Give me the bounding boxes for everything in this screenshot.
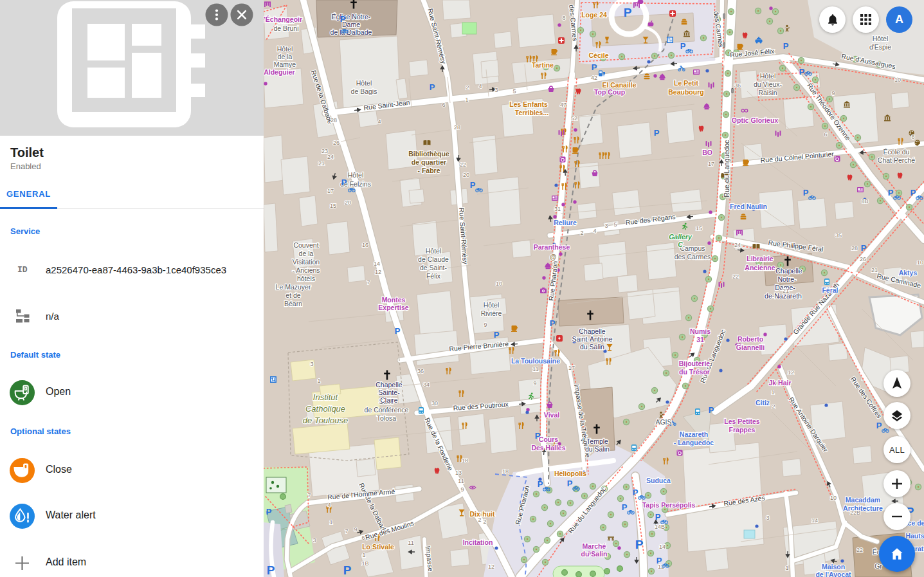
svg-text:Chapelle: Chapelle xyxy=(775,267,802,275)
svg-text:La Toulousaine: La Toulousaine xyxy=(511,357,560,365)
svg-text:L'Échangeoir: L'Échangeoir xyxy=(264,15,302,23)
svg-text:Rivière: Rivière xyxy=(481,309,502,317)
svg-text:P: P xyxy=(470,180,476,190)
svg-text:Vival: Vival xyxy=(544,411,559,419)
svg-text:du Vieux-: du Vieux- xyxy=(754,80,783,88)
svg-text:Le Mazuyer: Le Mazuyer xyxy=(276,283,311,291)
svg-text:14: 14 xyxy=(659,544,666,550)
svg-text:P: P xyxy=(657,556,662,565)
svg-text:Aktys: Aktys xyxy=(899,269,918,277)
svg-text:1B: 1B xyxy=(361,560,368,567)
svg-text:10: 10 xyxy=(894,77,901,83)
svg-text:6: 6 xyxy=(361,535,365,541)
svg-text:3: 3 xyxy=(310,361,313,367)
svg-text:Chapelle: Chapelle xyxy=(579,327,606,335)
svg-text:Institut: Institut xyxy=(313,392,339,402)
svg-text:P: P xyxy=(395,326,401,336)
svg-text:28: 28 xyxy=(331,117,337,124)
svg-text:31: 31 xyxy=(554,206,561,212)
svg-text:14B: 14B xyxy=(655,524,665,530)
svg-text:8: 8 xyxy=(911,134,914,140)
svg-text:1: 1 xyxy=(317,378,320,384)
svg-text:1: 1 xyxy=(785,565,788,571)
svg-text:Couvent: Couvent xyxy=(293,241,318,249)
svg-text:C: C xyxy=(678,241,683,248)
svg-text:Temple: Temple xyxy=(586,437,608,445)
svg-text:24: 24 xyxy=(327,154,334,160)
svg-text:22B: 22B xyxy=(850,509,860,516)
svg-text:8B: 8B xyxy=(861,198,868,205)
svg-text:P: P xyxy=(592,62,597,72)
svg-text:7: 7 xyxy=(367,279,370,286)
svg-text:P: P xyxy=(709,405,714,415)
svg-text:7: 7 xyxy=(345,528,348,535)
svg-text:Terribles...: Terribles... xyxy=(515,109,548,116)
svg-text:4: 4 xyxy=(593,228,596,234)
svg-text:18: 18 xyxy=(502,468,509,475)
svg-text:Notre-: Notre- xyxy=(777,275,797,283)
svg-text:9: 9 xyxy=(533,380,536,387)
svg-text:Lo Stivale: Lo Stivale xyxy=(362,543,394,551)
svg-text:P: P xyxy=(633,488,639,497)
svg-text:36: 36 xyxy=(734,82,741,89)
svg-text:Architecture: Architecture xyxy=(843,504,883,512)
svg-text:3: 3 xyxy=(494,87,498,93)
svg-text:P: P xyxy=(624,6,632,19)
svg-text:22: 22 xyxy=(460,161,466,168)
svg-text:Saint-Antoine: Saint-Antoine xyxy=(572,335,612,343)
svg-text:Des Halles: Des Halles xyxy=(531,444,565,452)
svg-text:P: P xyxy=(550,318,556,328)
svg-text:34: 34 xyxy=(423,381,430,388)
svg-text:Hôtel: Hôtel xyxy=(277,45,293,53)
svg-text:P: P xyxy=(340,14,346,24)
svg-text:et de: et de xyxy=(285,291,301,299)
svg-text:2: 2 xyxy=(478,517,481,523)
svg-text:5: 5 xyxy=(613,221,617,228)
svg-text:9: 9 xyxy=(460,486,464,493)
svg-text:P: P xyxy=(341,178,347,187)
svg-text:Mamye: Mamye xyxy=(274,60,296,68)
svg-text:18: 18 xyxy=(462,457,468,464)
svg-text:Catholique: Catholique xyxy=(305,404,345,414)
svg-text:P: P xyxy=(266,507,272,517)
svg-text:16: 16 xyxy=(362,242,368,248)
svg-text:Maison: Maison xyxy=(822,563,845,571)
svg-text:42: 42 xyxy=(591,75,597,81)
svg-text:Campus: Campus xyxy=(680,244,705,252)
svg-text:Église Notre-: Église Notre- xyxy=(332,13,371,21)
svg-text:École du: École du xyxy=(883,148,910,156)
svg-text:Optic Glorieux: Optic Glorieux xyxy=(732,116,779,124)
svg-text:Giannelli: Giannelli xyxy=(736,343,765,351)
svg-text:de Saint-: de Saint- xyxy=(420,264,448,271)
svg-text:Béarn: Béarn xyxy=(284,300,302,307)
svg-text:4: 4 xyxy=(478,83,482,89)
svg-text:P: P xyxy=(635,538,644,551)
svg-text:22: 22 xyxy=(856,547,863,553)
svg-text:21: 21 xyxy=(318,160,325,167)
svg-text:Montes: Montes xyxy=(382,296,406,304)
svg-text:Bibliothèque: Bibliothèque xyxy=(408,150,449,158)
svg-text:2: 2 xyxy=(580,230,583,236)
svg-text:Bijouterie: Bijouterie xyxy=(679,360,711,367)
svg-text:du Salin: du Salin xyxy=(585,445,610,453)
svg-text:11: 11 xyxy=(532,366,538,372)
svg-text:Incitation: Incitation xyxy=(463,538,493,546)
svg-text:de la Dalbade: de la Dalbade xyxy=(331,28,372,36)
svg-text:20: 20 xyxy=(345,199,351,206)
svg-text:de quartier: de quartier xyxy=(412,158,446,166)
svg-text:P: P xyxy=(803,188,809,197)
svg-text:Tapis Persépolis: Tapis Persépolis xyxy=(642,501,696,509)
svg-text:1: 1 xyxy=(771,389,774,396)
svg-text:24: 24 xyxy=(734,242,741,248)
svg-text:Fred Naulin: Fred Naulin xyxy=(730,203,767,210)
svg-text:Loge 24: Loge 24 xyxy=(581,11,607,19)
svg-text:Tartine: Tartine xyxy=(532,61,554,69)
svg-text:P: P xyxy=(876,421,882,430)
svg-text:P: P xyxy=(910,188,916,197)
svg-text:Hauts: Hauts xyxy=(905,532,924,540)
svg-text:AGIS: AGIS xyxy=(655,418,671,426)
svg-text:Beaubourg: Beaubourg xyxy=(668,88,703,96)
svg-text:Marché: Marché xyxy=(583,542,606,550)
svg-text:9: 9 xyxy=(831,90,835,96)
svg-text:15: 15 xyxy=(696,225,702,232)
